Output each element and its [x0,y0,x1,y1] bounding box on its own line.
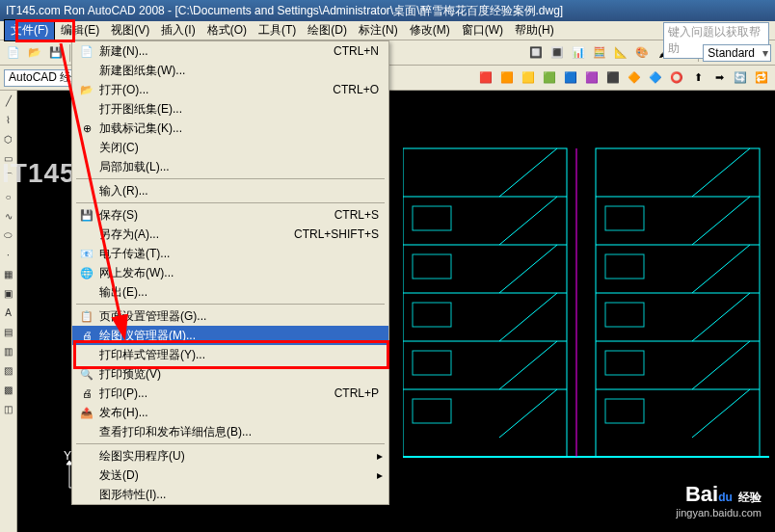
menu-item-icon: 🔍 [78,368,95,381]
menu-item[interactable]: 新建图纸集(W)... [72,61,388,80]
tool-icon[interactable]: ◫ [1,401,16,416]
menu-item[interactable]: 绘图实用程序(U) [72,446,388,466]
menu-item[interactable]: 发送(D) [72,466,388,485]
menu-item[interactable]: 打开图纸集(E)... [72,99,388,119]
menu-item-shortcut: CTRL+SHIFT+S [294,227,383,241]
menu-item-label: 输入(R)... [95,183,379,200]
menu-item[interactable]: 关闭(C) [72,138,388,157]
tb-icon[interactable]: 🔁 [752,68,771,88]
ellipse-tool-icon[interactable]: ⬭ [1,227,16,243]
svg-line-22 [692,341,750,389]
menu-item-icon: 📋 [78,310,95,323]
menu-file[interactable]: 文件(F) [4,19,55,41]
tool-icon[interactable]: ▨ [1,362,16,378]
tb-icon[interactable]: ⬆ [688,68,708,88]
tb-icon[interactable]: 🔲 [526,43,546,63]
app-titlebar: IT145.com Ron AutoCAD 2008 - [C:\Documen… [0,0,775,21]
menu-item-shortcut: CTRL+N [334,44,383,58]
menu-item-icon: ⊕ [78,122,95,135]
tb-icon[interactable]: 🟦 [561,68,580,88]
menu-help[interactable]: 帮助(H) [509,20,560,40]
menu-item[interactable]: 查看打印和发布详细信息(B)... [72,422,388,441]
menu-format[interactable]: 格式(O) [201,20,253,40]
menu-item[interactable]: 打印样式管理器(Y)... [72,345,388,364]
tb-icon[interactable]: 🟧 [497,68,517,88]
menu-draw[interactable]: 绘图(D) [302,20,353,40]
menu-insert[interactable]: 插入(I) [155,20,200,40]
menu-view[interactable]: 视图(V) [105,20,155,40]
tb-icon[interactable]: 📐 [611,43,630,63]
menu-window[interactable]: 窗口(W) [456,20,509,40]
menu-item-label: 查看打印和发布详细信息(B)... [95,424,379,440]
line-tool-icon[interactable]: ╱ [1,93,16,108]
menu-item[interactable]: 🌐网上发布(W)... [72,263,388,282]
polygon-tool-icon[interactable]: ⬡ [1,131,16,146]
open-icon[interactable]: 📂 [25,43,44,63]
menu-item[interactable]: 📤发布(H)... [72,403,388,422]
tool-icon[interactable]: ▥ [1,343,16,359]
menu-item[interactable]: 🔍打印预览(V) [72,364,388,384]
tb-icon[interactable]: 🟪 [582,68,601,88]
tb-icon[interactable]: ⬛ [603,68,623,88]
menu-modify[interactable]: 修改(M) [404,20,456,40]
menu-item-label: 打印(P)... [95,386,334,402]
menu-item[interactable]: 🖨打印(P)...CTRL+P [72,384,388,403]
menu-item-label: 打印预览(V) [95,366,379,383]
tb-icon[interactable]: ⭕ [667,68,686,88]
menu-separator [76,304,385,305]
spline-tool-icon[interactable]: ∿ [1,208,16,224]
style-combo[interactable]: Standard [703,44,771,62]
menu-dimension[interactable]: 标注(N) [353,20,404,40]
tb-icon[interactable]: 🔷 [646,68,665,88]
menu-item-label: 新建图纸集(W)... [95,63,379,79]
menu-item-label: 绘图实用程序(U) [95,448,373,465]
tb-icon[interactable]: 🟨 [519,68,538,88]
new-icon[interactable]: 📄 [4,43,23,63]
svg-line-19 [692,197,750,245]
text-tool-icon[interactable]: A [1,305,16,320]
menu-tools[interactable]: 工具(T) [253,20,302,40]
hatch-tool-icon[interactable]: ▦ [1,266,16,281]
menu-item[interactable]: 📧电子传递(T)... [72,244,388,263]
save-icon[interactable]: 💾 [46,43,66,63]
menu-item[interactable]: ⊕加载标记集(K)... [72,119,388,138]
tb-icon[interactable]: 🔄 [731,68,750,88]
tb-icon[interactable]: 🎨 [632,43,652,63]
menu-item[interactable]: 📂打开(O)...CTRL+O [72,80,388,99]
svg-rect-31 [605,303,644,327]
menubar: 文件(F) 编辑(E) 视图(V) 插入(I) 格式(O) 工具(T) 绘图(D… [0,21,775,40]
tb-icon[interactable]: 📊 [569,43,588,63]
tb-icon[interactable]: 🔶 [625,68,644,88]
menu-item-label: 图形特性(I)... [95,487,379,503]
menu-item[interactable]: 🖨绘图仪管理器(M)... [72,326,388,345]
tb-icon[interactable]: 🧮 [590,43,609,63]
menu-item-label: 另存为(A)... [95,226,294,243]
menu-item[interactable]: 另存为(A)...CTRL+SHIFT+S [72,225,388,244]
menu-item[interactable]: 💾保存(S)CTRL+S [72,205,388,225]
menu-item[interactable]: 局部加载(L)... [72,157,388,176]
tb-icon[interactable]: 🔳 [548,43,567,63]
menu-item[interactable]: 图形特性(I)... [72,485,388,504]
tool-icon[interactable]: ▤ [1,324,16,339]
tool-icon[interactable]: ▩ [1,382,16,397]
point-tool-icon[interactable]: · [1,247,16,262]
svg-line-13 [499,197,557,245]
region-tool-icon[interactable]: ▣ [1,285,16,301]
tb-icon[interactable]: 🟩 [540,68,559,88]
menu-separator [76,202,385,203]
polyline-tool-icon[interactable]: ⌇ [1,112,16,127]
menu-item[interactable]: 输出(E)... [72,282,388,302]
menu-item-shortcut: CTRL+S [334,208,383,222]
tb-icon[interactable]: 🟥 [476,68,495,88]
menu-item[interactable]: 📋页面设置管理器(G)... [72,306,388,326]
menu-edit[interactable]: 编辑(E) [55,20,105,40]
menu-item[interactable]: 📄新建(N)...CTRL+N [72,41,388,61]
tb-icon[interactable]: ➡ [709,68,729,88]
menu-item-icon: 🖨 [78,387,95,399]
menu-item-shortcut: CTRL+P [334,386,383,400]
watermark-url: jingyan.baidu.com [676,507,762,519]
svg-rect-24 [413,206,451,230]
menu-item[interactable]: 输入(R)... [72,181,388,200]
svg-rect-32 [605,351,644,375]
circle-tool-icon[interactable]: ○ [1,189,16,204]
